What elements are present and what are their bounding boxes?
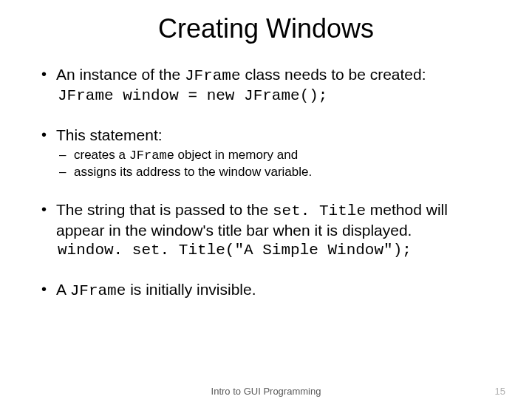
bullet-2-sub1-post: object in memory and (174, 148, 298, 162)
bullet-2-sublist: creates a JFrame object in memory and as… (56, 148, 497, 180)
bullet-2-sub1-code: JFrame (129, 149, 174, 163)
bullet-2-sub1: creates a JFrame object in memory and (56, 148, 497, 163)
bullet-3-codeline: window. set. Title("A Simple Window"); (56, 241, 497, 259)
bullet-2-sub1-pre: creates a (74, 148, 129, 162)
bullet-2-sub2-text: assigns its address to the window variab… (74, 165, 312, 179)
footer-center-text: Intro to GUI Programming (211, 386, 321, 397)
page-number: 15 (495, 386, 505, 397)
bullet-4-text-post: is initially invisible. (126, 281, 256, 298)
bullet-4-code: JFrame (70, 282, 126, 299)
bullet-1: An instance of the JFrame class needs to… (35, 65, 497, 105)
bullet-4: A JFrame is initially invisible. (35, 280, 497, 300)
bullet-3-text-pre: The string that is passed to the (56, 201, 273, 218)
bullet-2-sub2: assigns its address to the window variab… (56, 165, 497, 180)
bullet-2-text: This statement: (56, 126, 163, 143)
bullet-3: The string that is passed to the set. Ti… (35, 200, 497, 259)
bullet-list: An instance of the JFrame class needs to… (35, 65, 497, 300)
bullet-4-text-pre: A (56, 281, 70, 298)
bullet-1-text-pre: An instance of the (56, 66, 185, 83)
slide-title: Creating Windows (35, 13, 497, 44)
bullet-1-codeline: JFrame window = new JFrame(); (56, 86, 497, 105)
bullet-2: This statement: creates a JFrame object … (35, 126, 497, 180)
bullet-1-code: JFrame (185, 67, 241, 84)
bullet-3-code: set. Title (273, 202, 366, 219)
bullet-1-text-post: class needs to be created: (241, 66, 426, 83)
